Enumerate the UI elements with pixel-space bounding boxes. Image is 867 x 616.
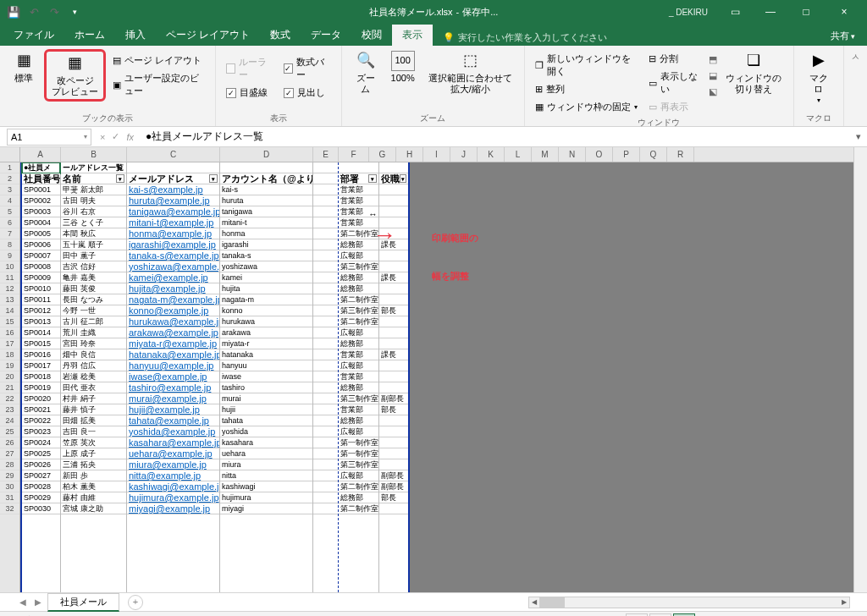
table-cell[interactable]: konno [220, 305, 312, 316]
table-cell[interactable] [313, 206, 338, 217]
table-cell[interactable] [313, 448, 338, 459]
table-cell[interactable]: miyagi [220, 503, 312, 514]
macros-button[interactable]: ▶マクロ▾ [801, 49, 837, 107]
table-cell[interactable]: uehara@example.jp [127, 448, 219, 459]
table-cell[interactable] [313, 327, 338, 338]
row-header[interactable]: 13 [0, 294, 19, 305]
table-cell[interactable] [379, 448, 408, 459]
table-cell[interactable]: 副部長 [379, 393, 408, 404]
table-cell[interactable]: 第三制作室 [339, 459, 378, 470]
table-cell[interactable]: 岩瀬 稔美 [61, 371, 126, 382]
table-cell[interactable]: iwase@example.jp [127, 371, 219, 382]
table-cell[interactable]: 藤村 由維 [61, 492, 126, 503]
col-header[interactable]: I [423, 147, 450, 162]
table-cell[interactable] [379, 371, 408, 382]
table-cell[interactable]: 丹羽 信広 [61, 360, 126, 371]
row-header[interactable]: 26 [0, 437, 19, 448]
table-cell[interactable]: 吉田 良一 [61, 426, 126, 437]
gridlines-checkbox[interactable]: ✓ [226, 88, 236, 98]
filter-icon[interactable]: ▾ [209, 174, 218, 183]
statusbar-pagebreak-view[interactable]: ▥ [673, 613, 695, 617]
table-cell[interactable] [379, 250, 408, 261]
table-cell[interactable]: 広報部 [339, 250, 378, 261]
table-cell[interactable]: SP0018 [22, 371, 60, 382]
tab-insert[interactable]: 挿入 [115, 25, 156, 46]
table-cell[interactable]: uehara [220, 448, 312, 459]
table-cell[interactable]: SP0019 [22, 382, 60, 393]
table-cell[interactable]: SP0012 [22, 305, 60, 316]
table-cell[interactable]: SP0007 [22, 250, 60, 261]
table-cell[interactable] [313, 228, 338, 239]
table-cell[interactable]: nagata-m@example.jp [127, 294, 219, 305]
table-cell[interactable]: murai@example.jp [127, 393, 219, 404]
table-cell[interactable]: SP0029 [22, 492, 60, 503]
table-cell[interactable]: tahata [220, 415, 312, 426]
table-cell[interactable]: SP0013 [22, 316, 60, 327]
table-cell[interactable]: kasahara [220, 437, 312, 448]
table-cell[interactable] [379, 415, 408, 426]
table-cell[interactable] [313, 459, 338, 470]
hide-button[interactable]: ▭表示しない [645, 69, 704, 97]
table-cell[interactable]: SP0005 [22, 228, 60, 239]
reset-pos-icon[interactable]: ⬕ [709, 86, 717, 97]
table-cell[interactable]: kashiwagi@example.jp [127, 481, 219, 492]
table-cell[interactable]: 甲斐 新太郎 [61, 184, 126, 195]
table-cell[interactable]: hurukawa@example.jp [127, 316, 219, 327]
row-header[interactable]: 12 [0, 283, 19, 294]
table-cell[interactable] [313, 382, 338, 393]
zoom-100-button[interactable]: 100100% [386, 49, 420, 85]
table-cell[interactable]: kamei@example.jp [127, 272, 219, 283]
table-cell[interactable]: hatanaka [220, 349, 312, 360]
table-cell[interactable] [313, 305, 338, 316]
row-header[interactable]: 8 [0, 239, 19, 250]
table-cell[interactable] [313, 239, 338, 250]
table-cell[interactable] [313, 217, 338, 228]
row-header[interactable]: 28 [0, 459, 19, 470]
table-cell[interactable]: 第三制作室 [339, 393, 378, 404]
table-cell[interactable]: SP0026 [22, 459, 60, 470]
table-cell[interactable]: 副部長 [379, 481, 408, 492]
headings-checkbox[interactable]: ✓ [284, 88, 294, 98]
table-cell[interactable]: SP0028 [22, 481, 60, 492]
row-header[interactable]: 18 [0, 349, 19, 360]
table-cell[interactable]: yoshizawa@example.jp [127, 261, 219, 272]
table-cell[interactable]: SP0010 [22, 283, 60, 294]
switch-windows-button[interactable]: ❏ウィンドウの 切り替え [721, 49, 787, 96]
table-cell[interactable] [313, 349, 338, 360]
add-sheet-button[interactable]: + [128, 595, 143, 610]
col-header[interactable]: G [369, 147, 396, 162]
table-cell[interactable] [379, 316, 408, 327]
worksheet-area[interactable]: ABCDEFGHIJKLMNOPQR 123456789101112131415… [0, 147, 867, 592]
minimize-button[interactable]: — [754, 0, 787, 24]
table-cell[interactable]: 藤井 慎子 [61, 404, 126, 415]
table-cell[interactable] [379, 283, 408, 294]
row-header[interactable]: 27 [0, 448, 19, 459]
ruler-checkbox[interactable] [226, 63, 235, 74]
table-cell[interactable] [379, 184, 408, 195]
table-cell[interactable] [313, 261, 338, 272]
table-cell[interactable] [313, 470, 338, 481]
table-cell[interactable]: 第二制作室 [339, 316, 378, 327]
row-header[interactable]: 17 [0, 338, 19, 349]
cancel-icon[interactable]: × [100, 132, 105, 142]
table-cell[interactable] [313, 316, 338, 327]
table-cell[interactable]: 営業部 [339, 371, 378, 382]
unhide-button[interactable]: ▭再表示 [645, 99, 704, 115]
table-cell[interactable]: 営業部 [339, 184, 378, 195]
name-box[interactable]: A1▾ [7, 129, 91, 146]
table-cell[interactable]: tanigawa [220, 206, 312, 217]
normal-view-button[interactable]: ▦標準 [7, 49, 41, 85]
pagebreak-preview-button[interactable]: ▦改ページ プレビュー [44, 49, 106, 102]
row-header[interactable]: 24 [0, 415, 19, 426]
table-cell[interactable]: SP0006 [22, 239, 60, 250]
close-button[interactable]: × [825, 0, 864, 24]
table-cell[interactable]: 広報部 [339, 426, 378, 437]
tab-pagelayout[interactable]: ページ レイアウト [156, 25, 260, 46]
table-cell[interactable]: nitta [220, 470, 312, 481]
row-header[interactable]: 1 [0, 162, 19, 173]
pagelayout-view-button[interactable]: ▤ページ レイアウト [109, 52, 208, 69]
table-cell[interactable] [379, 437, 408, 448]
table-cell[interactable] [379, 360, 408, 371]
freeze-panes-button[interactable]: ▦ウィンドウ枠の固定▾ [532, 99, 643, 115]
table-cell[interactable]: 宮城 康之助 [61, 503, 126, 514]
